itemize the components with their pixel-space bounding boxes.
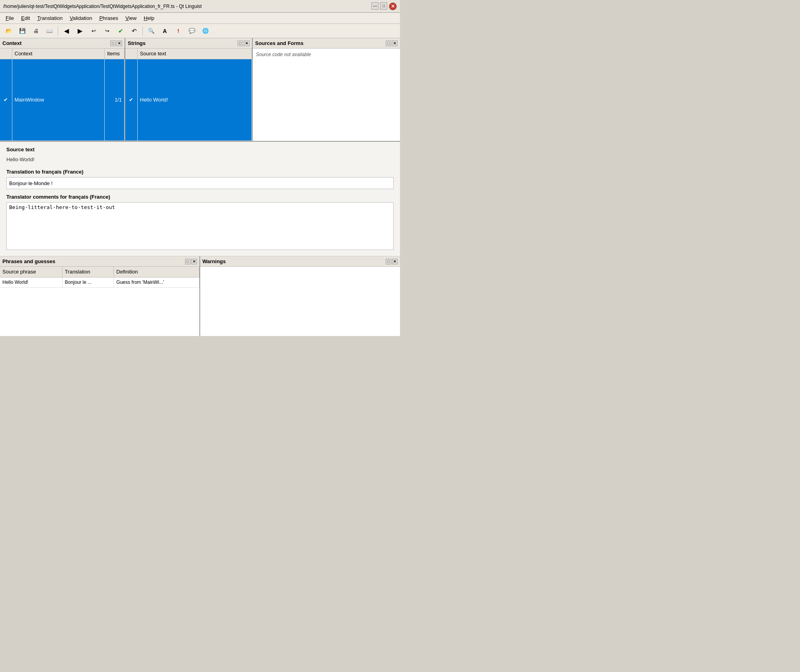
- warnings-restore-icon[interactable]: □: [386, 259, 391, 264]
- maximize-button[interactable]: □: [380, 2, 387, 10]
- print-button[interactable]: 🖨: [29, 25, 42, 37]
- main-layout: Context □ ✕ Context Items ✔ MainWindow: [0, 38, 400, 336]
- mark-undone-button[interactable]: ↶: [128, 25, 140, 37]
- context-restore-icon[interactable]: □: [110, 41, 116, 46]
- strings-restore-icon[interactable]: □: [238, 41, 243, 46]
- next-icon: ▶: [78, 27, 82, 35]
- context-close-icon[interactable]: ✕: [117, 41, 122, 46]
- search-button[interactable]: 🔍: [145, 25, 158, 37]
- menu-help[interactable]: Help: [140, 14, 158, 22]
- phrases-col-translation: Translation: [62, 267, 113, 277]
- window-controls: — □ ✕: [371, 2, 397, 10]
- strings-table-row[interactable]: ✔ Hello World!: [125, 59, 252, 141]
- menu-validation[interactable]: Validation: [66, 14, 95, 22]
- spell-button[interactable]: A: [158, 25, 171, 37]
- mark-done-icon: ✔: [118, 27, 123, 35]
- context-row-name: MainWindow: [12, 59, 105, 141]
- phrases-panel-header: Phrases and guesses □ ✕: [0, 256, 199, 267]
- context-panel-title: Context: [2, 40, 21, 46]
- release-button[interactable]: 📖: [43, 25, 56, 37]
- context-col-items: Items: [105, 49, 125, 59]
- warnings-close-icon[interactable]: ✕: [392, 259, 398, 264]
- context-col-context: Context: [12, 49, 105, 59]
- source-text-value: Hello·World!: [6, 155, 394, 164]
- context-panel: Context □ ✕ Context Items ✔ MainWindow: [0, 38, 125, 141]
- strings-col-source: Source text: [137, 49, 252, 59]
- source-text-label: Source text: [6, 147, 394, 152]
- phrases-row-source: Hello World!: [0, 277, 62, 287]
- sources-panel-icons: □ ✕: [386, 41, 398, 46]
- phrases-close-icon[interactable]: ✕: [191, 259, 197, 264]
- context-row-check: ✔: [0, 59, 12, 141]
- top-panels: Context □ ✕ Context Items ✔ MainWindow: [0, 38, 400, 142]
- sources-panel: Sources and Forms □ ✕ Source code not av…: [253, 38, 400, 141]
- spell-icon: A: [163, 28, 167, 34]
- phrases-col-source: Source phrase: [0, 267, 62, 277]
- warnings-panel-icons: □ ✕: [386, 259, 398, 264]
- context-row-items: 1/1: [105, 59, 125, 141]
- translation-input[interactable]: [6, 177, 394, 189]
- window-title: /home/julien/qt-test/TestQtWidgetsApplic…: [3, 4, 202, 9]
- sources-close-icon[interactable]: ✕: [392, 41, 398, 46]
- menu-translation[interactable]: Translation: [34, 14, 66, 22]
- translation-label: Translation to français (France): [6, 169, 394, 175]
- save-button[interactable]: 💾: [16, 25, 29, 37]
- toolbar: 📂 💾 🖨 📖 ◀ ▶ ↩ ↪ ✔ ↶ 🔍 A ! 💬 🌐: [0, 24, 400, 38]
- comment-textarea[interactable]: [6, 202, 394, 250]
- next-unfinished-button[interactable]: ↪: [101, 25, 113, 37]
- warning-button[interactable]: !: [172, 25, 185, 37]
- save-icon: 💾: [19, 28, 26, 34]
- menu-file[interactable]: File: [2, 14, 17, 22]
- close-button[interactable]: ✕: [389, 2, 397, 10]
- phrases-col-definition: Definition: [114, 267, 199, 277]
- sources-content: Source code not available: [253, 49, 400, 61]
- context-table-row[interactable]: ✔ MainWindow 1/1: [0, 59, 125, 141]
- phrases-table-row[interactable]: Hello World! Bonjour le ... Guess from '…: [0, 277, 199, 287]
- strings-panel: Strings □ ✕ Source text ✔ Hello World!: [125, 38, 253, 141]
- prev-icon: ◀: [64, 27, 69, 35]
- prev-unfinished-icon: ↩: [92, 28, 96, 34]
- strings-row-source: Hello World!: [137, 59, 252, 141]
- strings-panel-title: Strings: [128, 40, 146, 46]
- bottom-panels: Phrases and guesses □ ✕ Source phrase Tr…: [0, 256, 400, 336]
- context-panel-icons: □ ✕: [110, 41, 122, 46]
- menu-bar: File Edit Translation Validation Phrases…: [0, 13, 400, 24]
- prev-button[interactable]: ◀: [60, 25, 73, 37]
- comment-label: Translator comments for français (France…: [6, 194, 394, 200]
- strings-table: Source text ✔ Hello World!: [125, 49, 252, 141]
- phrases-table: Source phrase Translation Definition Hel…: [0, 267, 199, 288]
- toolbar-sep-2: [142, 26, 143, 36]
- sources-restore-icon[interactable]: □: [386, 41, 391, 46]
- open-icon: 📂: [6, 28, 12, 34]
- book-icon: 📖: [46, 28, 53, 34]
- globe-button[interactable]: 🌐: [199, 25, 212, 37]
- menu-phrases[interactable]: Phrases: [96, 14, 121, 22]
- context-table: Context Items ✔ MainWindow 1/1: [0, 49, 125, 141]
- prev-unfinished-button[interactable]: ↩: [87, 25, 100, 37]
- strings-panel-icons: □ ✕: [238, 41, 250, 46]
- mark-done-button[interactable]: ✔: [114, 25, 127, 37]
- phrases-panel-icons: □ ✕: [185, 259, 197, 264]
- toolbar-sep-1: [58, 26, 58, 36]
- minimize-button[interactable]: —: [371, 2, 379, 10]
- menu-view[interactable]: View: [122, 14, 140, 22]
- strings-panel-header: Strings □ ✕: [125, 38, 252, 49]
- next-button[interactable]: ▶: [74, 25, 86, 37]
- strings-col-check: [125, 49, 137, 59]
- phrases-row-definition: Guess from 'MainWi...': [114, 277, 199, 287]
- print-icon: 🖨: [33, 28, 39, 34]
- warning-icon: !: [178, 28, 179, 34]
- warnings-panel-title: Warnings: [203, 258, 226, 264]
- context-col-check: [0, 49, 12, 59]
- phrases-panel-title: Phrases and guesses: [2, 258, 55, 264]
- mark-undone-icon: ↶: [132, 27, 137, 35]
- strings-close-icon[interactable]: ✕: [244, 41, 250, 46]
- phrases-icon: 💬: [189, 28, 195, 34]
- phrases-btn[interactable]: 💬: [185, 25, 198, 37]
- menu-edit[interactable]: Edit: [18, 14, 33, 22]
- sources-panel-title: Sources and Forms: [255, 40, 303, 46]
- open-button[interactable]: 📂: [2, 25, 15, 37]
- phrases-restore-icon[interactable]: □: [185, 259, 191, 264]
- middle-section: Source text Hello·World! Translation to …: [0, 142, 400, 256]
- title-bar: /home/julien/qt-test/TestQtWidgetsApplic…: [0, 0, 400, 13]
